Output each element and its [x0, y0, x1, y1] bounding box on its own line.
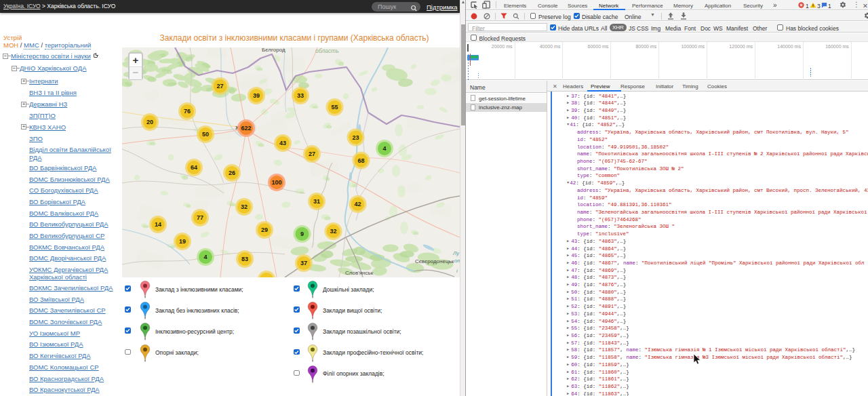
svg-text:39: 39	[253, 92, 260, 99]
svg-text:55: 55	[331, 104, 338, 111]
svg-text:19: 19	[179, 238, 186, 245]
svg-text:37: 37	[300, 260, 307, 266]
svg-text:68: 68	[357, 157, 364, 164]
svg-text:9: 9	[300, 231, 304, 237]
svg-text:Бєлгород: Бєлгород	[262, 47, 285, 53]
svg-text:622: 622	[241, 125, 251, 132]
svg-text:27: 27	[309, 151, 315, 157]
svg-text:43: 43	[279, 140, 286, 146]
svg-text:31: 31	[313, 198, 320, 205]
svg-text:50: 50	[202, 131, 209, 138]
svg-text:от: от	[454, 258, 460, 264]
svg-text:Слов'янськ: Слов'янськ	[345, 270, 374, 276]
svg-text:20: 20	[146, 119, 153, 125]
svg-text:4: 4	[382, 145, 386, 152]
svg-text:29: 29	[261, 226, 268, 233]
svg-text:100: 100	[271, 179, 281, 186]
svg-text:38: 38	[263, 276, 270, 277]
svg-text:83: 83	[241, 256, 248, 262]
svg-text:область: область	[315, 47, 339, 54]
svg-text:42: 42	[354, 201, 361, 207]
svg-text:76: 76	[184, 108, 191, 115]
svg-text:64: 64	[191, 164, 197, 171]
svg-text:27: 27	[217, 83, 224, 90]
svg-text:32: 32	[330, 228, 336, 235]
svg-text:23: 23	[352, 134, 359, 141]
svg-text:14: 14	[155, 221, 161, 228]
svg-text:Лу: Лу	[452, 250, 460, 256]
svg-text:33: 33	[297, 92, 304, 99]
svg-text:4: 4	[203, 254, 207, 260]
svg-text:32: 32	[241, 203, 248, 210]
svg-text:Сєвєродонецьк: Сєвєродонецьк	[415, 258, 454, 264]
svg-text:26: 26	[229, 170, 235, 176]
svg-text:77: 77	[197, 214, 203, 221]
